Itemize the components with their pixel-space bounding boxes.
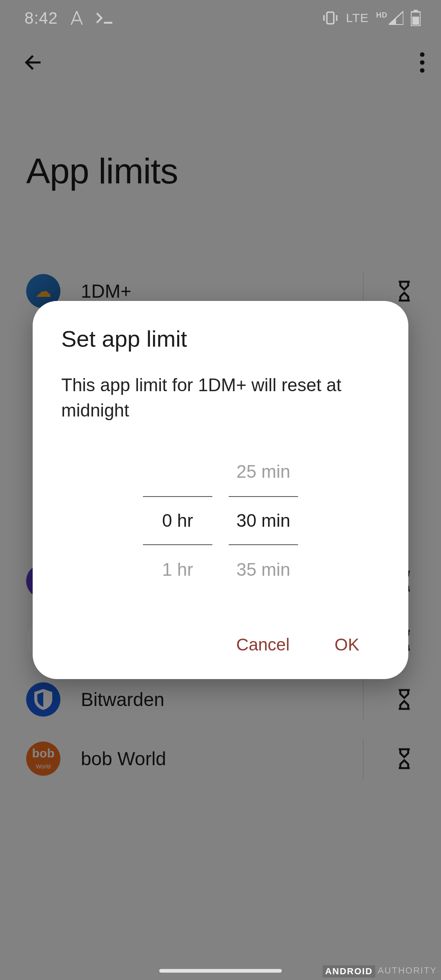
dialog-actions: Cancel OK [61, 627, 380, 663]
gesture-bar[interactable] [159, 969, 282, 973]
signal-icon [389, 11, 403, 25]
network-label: LTE [346, 11, 369, 25]
dialog: Set app limit This app limit for 1DM+ wi… [33, 301, 408, 679]
dialog-body: This app limit for 1DM+ will reset at mi… [61, 372, 380, 423]
ok-button[interactable]: OK [330, 627, 363, 663]
hd-label: HD [376, 11, 388, 20]
statusbar: 8:42 LTE HD [0, 0, 441, 36]
hour-picker[interactable]: 0 hr 1 hr [143, 447, 212, 594]
battery-icon [411, 10, 421, 26]
nav-icon [69, 10, 84, 26]
time-picker[interactable]: 0 hr 1 hr 25 min 30 min 35 min [61, 447, 380, 594]
dialog-title: Set app limit [61, 325, 380, 352]
cancel-button[interactable]: Cancel [232, 627, 294, 663]
picker-next[interactable]: 1 hr [162, 545, 193, 594]
modal-overlay[interactable]: 8:42 LTE HD Set app limit This app limit… [0, 0, 441, 980]
svg-rect-3 [327, 12, 334, 24]
picker-next[interactable]: 35 min [236, 545, 290, 594]
watermark: ANDROID AUTHORITY [323, 965, 437, 978]
clock: 8:42 [24, 9, 58, 27]
terminal-icon [96, 12, 114, 24]
picker-selected[interactable]: 30 min [229, 496, 298, 545]
picker-prev[interactable]: 25 min [236, 447, 290, 496]
vibrate-icon [322, 11, 339, 25]
svg-rect-6 [412, 17, 419, 25]
picker-selected[interactable]: 0 hr [143, 496, 212, 545]
minute-picker[interactable]: 25 min 30 min 35 min [229, 447, 298, 594]
